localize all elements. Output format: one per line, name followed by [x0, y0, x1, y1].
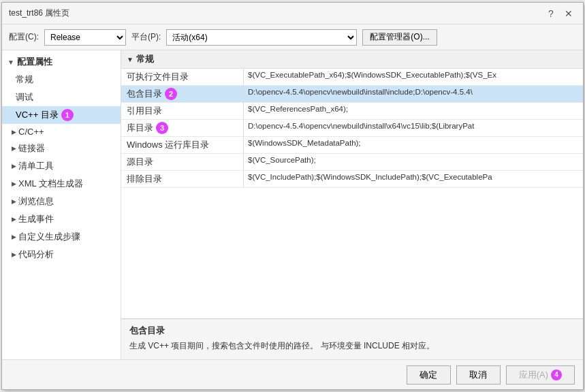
sidebar-group-label: XML 文档生成器	[18, 178, 83, 190]
props-row-executable[interactable]: 可执行文件目录 $(VC_ExecutablePath_x64);$(Windo…	[121, 69, 583, 86]
group-arrow: ▶	[12, 251, 16, 258]
group-arrow: ▶	[12, 129, 16, 135]
sidebar-group-label: 生成事件	[18, 213, 54, 225]
group-arrow: ▶	[12, 198, 16, 205]
props-key-executable: 可执行文件目录	[121, 69, 244, 85]
close-button[interactable]: ✕	[561, 6, 576, 21]
props-value-source: $(VC_SourcePath);	[244, 154, 583, 170]
props-value-winlib: $(WindowsSDK_MetadataPath);	[244, 137, 583, 153]
config-label: 配置(C):	[9, 31, 39, 43]
sidebar-item-vcpp[interactable]: VC++ 目录 1	[2, 106, 121, 124]
props-table: ▼ 常规 可执行文件目录 $(VC_ExecutablePath_x64);$(…	[121, 50, 583, 318]
props-row-include[interactable]: 包含目录 2 D:\opencv-4.5.4\opencv\newbuild\i…	[121, 86, 583, 103]
include-badge: 2	[165, 88, 177, 100]
sidebar-group-label: 代码分析	[18, 248, 54, 261]
help-button[interactable]: ?	[543, 6, 558, 21]
config-manager-button[interactable]: 配置管理器(O)...	[362, 29, 437, 46]
confirm-button[interactable]: 确定	[407, 365, 451, 385]
props-row-library[interactable]: 库目录 3 D:\opencv-4.5.4\opencv\newbuild\in…	[121, 120, 583, 137]
props-row-winlib[interactable]: Windows 运行库目录 $(WindowsSDK_MetadataPath)…	[121, 137, 583, 154]
footer: 确定 取消 应用(A) 4	[2, 359, 583, 389]
window-title: test_trt86 属性页	[9, 7, 69, 19]
props-row-source[interactable]: 源目录 $(VC_SourcePath);	[121, 154, 583, 171]
sidebar-group-cpp[interactable]: ▶ C/C++	[2, 124, 121, 140]
sidebar-group-browse[interactable]: ▶ 浏览信息	[2, 193, 121, 210]
info-panel: 包含目录 生成 VC++ 项目期间，搜索包含文件时使用的路径。 与环境变量 IN…	[121, 318, 583, 359]
sidebar-item-label: VC++ 目录	[16, 109, 59, 121]
props-key-library: 库目录 3	[121, 120, 244, 136]
sidebar-group-buildevents[interactable]: ▶ 生成事件	[2, 210, 121, 228]
vcpp-badge: 1	[61, 109, 74, 121]
props-row-exclude[interactable]: 排除目录 $(VC_IncludePath);$(WindowsSDK_Incl…	[121, 171, 583, 188]
props-value-executable: $(VC_ExecutablePath_x64);$(WindowsSDK_Ex…	[244, 69, 583, 85]
props-value-library: D:\opencv-4.5.4\opencv\newbuild\install\…	[244, 120, 583, 136]
props-key-winlib: Windows 运行库目录	[121, 137, 244, 153]
sidebar-group-label: 链接器	[18, 142, 45, 154]
sidebar-item-debug[interactable]: 调试	[2, 88, 121, 106]
props-section-title: ▼ 常规	[121, 50, 583, 69]
props-value-include: D:\opencv-4.5.4\opencv\newbuild\install\…	[244, 86, 583, 102]
right-panel: ▼ 常规 可执行文件目录 $(VC_ExecutablePath_x64);$(…	[121, 50, 583, 359]
platform-select[interactable]: 活动(x64)	[166, 29, 357, 46]
section-arrow: ▼	[7, 59, 14, 66]
library-badge: 3	[156, 122, 168, 134]
info-title: 包含目录	[129, 325, 575, 337]
sidebar-group-label: C/C++	[18, 127, 44, 137]
sidebar-group-codeanalysis[interactable]: ▶ 代码分析	[2, 246, 121, 263]
sidebar-group-linker[interactable]: ▶ 链接器	[2, 140, 121, 157]
sidebar-group-custom[interactable]: ▶ 自定义生成步骤	[2, 228, 121, 246]
props-row-reference[interactable]: 引用目录 $(VC_ReferencesPath_x64);	[121, 103, 583, 120]
props-value-reference: $(VC_ReferencesPath_x64);	[244, 103, 583, 119]
sidebar-item-label: 常规	[16, 74, 33, 86]
sidebar-item-label: 调试	[16, 91, 33, 103]
group-arrow: ▶	[12, 233, 16, 240]
group-arrow: ▶	[12, 163, 16, 169]
sidebar-group-label: 清单工具	[18, 160, 54, 172]
props-section-arrow: ▼	[127, 56, 133, 63]
sidebar: ▼ 配置属性 常规 调试 VC++ 目录 1 ▶ C/C++ ▶ 链接器	[2, 50, 121, 359]
sidebar-group-label: 浏览信息	[18, 195, 54, 208]
sidebar-group-label: 自定义生成步骤	[18, 231, 80, 243]
sidebar-group-manifest[interactable]: ▶ 清单工具	[2, 157, 121, 175]
sidebar-group-xml[interactable]: ▶ XML 文档生成器	[2, 175, 121, 193]
title-controls: ? ✕	[543, 6, 576, 21]
props-key-reference: 引用目录	[121, 103, 244, 119]
main-content: ▼ 配置属性 常规 调试 VC++ 目录 1 ▶ C/C++ ▶ 链接器	[2, 50, 583, 359]
group-arrow: ▶	[12, 145, 16, 152]
sidebar-section-label: 配置属性	[17, 56, 52, 68]
group-arrow: ▶	[12, 216, 16, 223]
props-key-exclude: 排除目录	[121, 171, 244, 187]
cancel-button[interactable]: 取消	[456, 365, 501, 385]
group-arrow: ▶	[12, 180, 16, 187]
title-bar: test_trt86 属性页 ? ✕	[2, 3, 583, 24]
info-description: 生成 VC++ 项目期间，搜索包含文件时使用的路径。 与环境变量 INCLUDE…	[129, 340, 575, 352]
sidebar-item-general[interactable]: 常规	[2, 71, 121, 88]
props-key-include: 包含目录 2	[121, 86, 244, 102]
dialog-window: test_trt86 属性页 ? ✕ 配置(C): Release 平台(P):…	[1, 2, 584, 390]
platform-label: 平台(P):	[131, 31, 161, 43]
config-select[interactable]: Release	[44, 29, 126, 46]
apply-badge: 4	[551, 370, 562, 380]
props-section-label: 常规	[136, 53, 154, 65]
sidebar-section[interactable]: ▼ 配置属性	[2, 53, 121, 71]
config-bar: 配置(C): Release 平台(P): 活动(x64) 配置管理器(O)..…	[2, 24, 583, 50]
props-key-source: 源目录	[121, 154, 244, 170]
apply-button[interactable]: 应用(A) 4	[506, 365, 575, 385]
props-value-exclude: $(VC_IncludePath);$(WindowsSDK_IncludePa…	[244, 171, 583, 187]
